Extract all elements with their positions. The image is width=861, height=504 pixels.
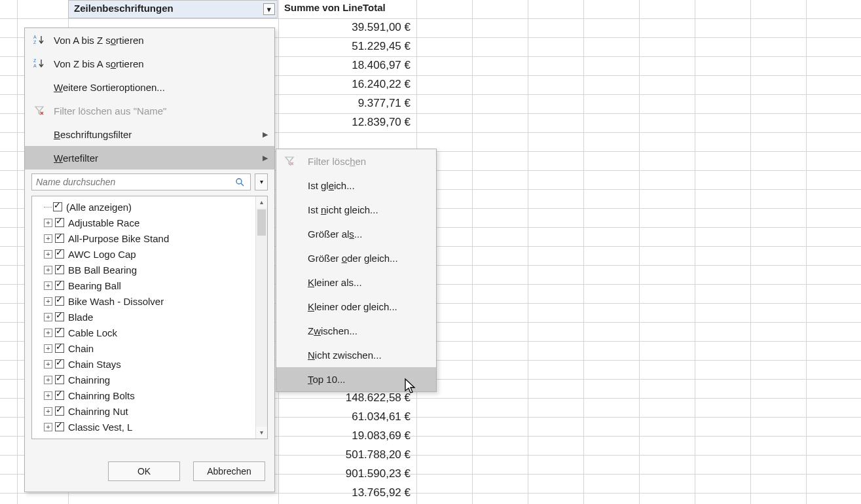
checkbox-checked-icon[interactable]: [55, 218, 64, 227]
submenu-greater-or-equal[interactable]: Größer oder gleich...: [276, 246, 436, 270]
submenu-between[interactable]: Zwischen...: [276, 319, 436, 343]
value-cell[interactable]: 51.229,45 €: [279, 39, 414, 57]
submenu-less-or-equal[interactable]: Kleiner oder gleich...: [276, 295, 436, 319]
submenu-arrow-icon: ▶: [263, 154, 268, 162]
checkbox-checked-icon[interactable]: [55, 391, 64, 400]
sort-asc-item[interactable]: AZ Von A bis Z sortieren: [25, 28, 274, 52]
checkbox-checked-icon[interactable]: [55, 297, 64, 306]
tree-item[interactable]: +Classic Vest, L: [32, 419, 267, 435]
expand-icon[interactable]: +: [44, 344, 52, 353]
tree-item[interactable]: +All-Purpose Bike Stand: [32, 230, 267, 246]
value-filter-item[interactable]: Wertefilter ▶: [25, 146, 274, 170]
search-icon: [235, 177, 244, 189]
checkbox-checked-icon[interactable]: [55, 406, 64, 416]
value-header-text: Summe von LineTotal: [284, 2, 386, 13]
filter-dropdown-button[interactable]: ▾: [263, 3, 275, 15]
checkbox-checked-icon[interactable]: [55, 375, 64, 384]
value-cell[interactable]: 501.788,20 €: [279, 447, 414, 465]
tree-item[interactable]: +Adjustable Race: [32, 215, 267, 230]
submenu-less-than[interactable]: Kleiner als...: [276, 270, 436, 295]
scroll-thumb[interactable]: [257, 209, 266, 236]
value-cell[interactable]: 18.406,97 €: [279, 58, 414, 76]
value-header: Summe von LineTotal: [279, 0, 416, 18]
submenu-greater-than[interactable]: Größer als...: [276, 222, 436, 246]
submenu-item-label: Zwischen...: [308, 325, 357, 336]
label-filter-label: Beschriftungsfilter: [54, 129, 132, 140]
value-cell[interactable]: 13.765,92 €: [279, 485, 414, 503]
tree-item-label: Bearing Ball: [68, 280, 121, 291]
tree-item[interactable]: +Bike Wash - Dissolver: [32, 293, 267, 309]
clear-filter-icon: [33, 104, 46, 117]
tree-item[interactable]: +Chain Stays: [32, 356, 267, 372]
submenu-clear-filter[interactable]: Filter löschen: [276, 149, 436, 173]
checkbox-checked-icon[interactable]: [55, 312, 64, 321]
expand-icon[interactable]: +: [44, 407, 52, 416]
expand-icon[interactable]: +: [44, 391, 52, 400]
checkbox-checked-icon[interactable]: [55, 234, 64, 243]
value-cell[interactable]: 12.839,70 €: [279, 115, 414, 133]
expand-icon[interactable]: +: [44, 423, 52, 431]
value-cell[interactable]: 61.034,61 €: [279, 409, 414, 427]
submenu-item-label: Größer oder gleich...: [308, 253, 398, 264]
svg-text:A: A: [33, 35, 37, 39]
submenu-not-between[interactable]: Nicht zwischen...: [276, 343, 436, 367]
expand-icon[interactable]: +: [44, 219, 52, 227]
tree-item-label: Cable Lock: [68, 327, 117, 338]
tree-item-label: (Alle anzeigen): [66, 202, 132, 213]
search-input[interactable]: [31, 173, 251, 190]
expand-icon[interactable]: +: [44, 376, 52, 384]
value-cell[interactable]: 39.591,00 €: [279, 20, 414, 38]
checkbox-checked-icon[interactable]: [55, 281, 64, 290]
expand-icon[interactable]: +: [44, 266, 52, 274]
submenu-equals[interactable]: Ist gleich...: [276, 173, 436, 198]
tree-item-select-all[interactable]: (Alle anzeigen): [32, 199, 267, 215]
expand-icon[interactable]: +: [44, 250, 52, 259]
scroll-down-icon[interactable]: ▾: [256, 427, 267, 439]
search-options-dropdown[interactable]: ▾: [255, 173, 268, 190]
sort-desc-item[interactable]: ZA Von Z bis A sortieren: [25, 52, 274, 75]
checkbox-checked-icon[interactable]: [55, 265, 64, 274]
expand-icon[interactable]: +: [44, 313, 52, 321]
checkbox-checked-icon[interactable]: [55, 359, 64, 369]
tree-item-label: AWC Logo Cap: [68, 249, 136, 260]
value-cell[interactable]: 148.622,58 €: [279, 390, 414, 408]
value-cell[interactable]: 19.083,69 €: [279, 428, 414, 446]
tree-item[interactable]: +Bearing Ball: [32, 278, 267, 293]
tree-item[interactable]: +AWC Logo Cap: [32, 246, 267, 262]
expand-icon[interactable]: +: [44, 234, 52, 243]
checkbox-checked-icon[interactable]: [55, 344, 64, 353]
tree-item[interactable]: +Cable Lock: [32, 325, 267, 340]
sort-desc-label: Von Z bis A sortieren: [54, 58, 144, 69]
row-labels-header[interactable]: Zeilenbeschriftungen ▾: [68, 0, 278, 18]
more-sort-item[interactable]: Weitere Sortieroptionen...: [25, 75, 274, 99]
value-cell[interactable]: 9.377,71 €: [279, 96, 414, 114]
checkbox-checked-icon[interactable]: [55, 249, 64, 259]
expand-icon[interactable]: +: [44, 297, 52, 306]
value-filter-submenu: Filter löschen Ist gleich... Ist nicht g…: [276, 149, 437, 392]
filter-dropdown-panel: AZ Von A bis Z sortieren ZA Von Z bis A …: [24, 27, 275, 492]
checkbox-checked-icon[interactable]: [55, 422, 64, 431]
expand-icon[interactable]: +: [44, 329, 52, 337]
submenu-not-equals[interactable]: Ist nicht gleich...: [276, 198, 436, 222]
clear-filter-item[interactable]: Filter löschen aus "Name": [25, 99, 274, 122]
tree-item[interactable]: +Blade: [32, 309, 267, 325]
tree-item[interactable]: +Chainring Bolts: [32, 387, 267, 403]
checkbox-checked-icon[interactable]: [55, 328, 64, 337]
tree-item-label: All-Purpose Bike Stand: [68, 233, 169, 244]
tree-item[interactable]: +Chain: [32, 340, 267, 356]
tree-scrollbar[interactable]: ▴ ▾: [255, 196, 267, 439]
checkbox-checked-icon[interactable]: [53, 202, 62, 211]
submenu-top-10[interactable]: Top 10...: [276, 367, 436, 391]
clear-filter-label: Filter löschen aus "Name": [54, 105, 166, 117]
value-cell[interactable]: 16.240,22 €: [279, 77, 414, 95]
expand-icon[interactable]: +: [44, 281, 52, 290]
scroll-up-icon[interactable]: ▴: [256, 196, 267, 208]
label-filter-item[interactable]: Beschriftungsfilter ▶: [25, 122, 274, 146]
tree-item[interactable]: +BB Ball Bearing: [32, 262, 267, 278]
tree-item[interactable]: +Chainring Nut: [32, 403, 267, 419]
value-cell[interactable]: 901.590,23 €: [279, 466, 414, 484]
ok-button[interactable]: OK: [108, 461, 180, 481]
expand-icon[interactable]: +: [44, 360, 52, 369]
tree-item[interactable]: +Chainring: [32, 372, 267, 387]
cancel-button[interactable]: Abbrechen: [193, 461, 265, 481]
